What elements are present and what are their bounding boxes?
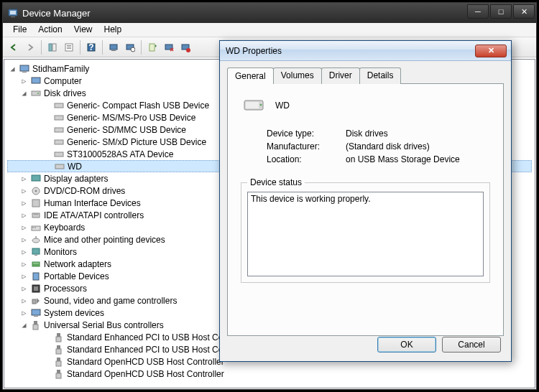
menu-action[interactable]: Action — [32, 23, 68, 37]
svg-rect-29 — [55, 164, 64, 169]
collapse-icon[interactable]: ◢ — [9, 65, 17, 73]
tab-details[interactable]: Details — [359, 67, 402, 84]
category-icon — [30, 246, 42, 258]
titlebar[interactable]: Device Manager ─ □ ✕ — [3, 3, 536, 23]
tab-strip: General Volumes Driver Details — [227, 67, 504, 83]
minimize-button[interactable]: ─ — [467, 4, 489, 19]
forward-button[interactable] — [22, 39, 38, 55]
svg-rect-34 — [32, 213, 40, 218]
menu-help[interactable]: Help — [98, 23, 128, 37]
svg-rect-24 — [55, 103, 63, 108]
svg-rect-33 — [32, 200, 40, 207]
category-icon — [30, 173, 42, 185]
disk-drive-icon — [242, 94, 265, 117]
maximize-button[interactable]: □ — [490, 4, 512, 19]
menubar: File Action View Help — [3, 23, 536, 37]
category-icon — [30, 283, 42, 294]
collapse-icon[interactable]: ◢ — [20, 89, 28, 97]
usb-icon — [53, 344, 65, 355]
svg-rect-56 — [56, 349, 61, 354]
svg-rect-37 — [32, 227, 34, 228]
disk-drive-icon — [53, 136, 65, 148]
close-button[interactable]: ✕ — [513, 4, 535, 19]
svg-point-32 — [35, 190, 37, 192]
expand-icon[interactable]: ▷ — [20, 284, 28, 292]
svg-rect-11 — [110, 45, 117, 50]
svg-rect-51 — [34, 321, 37, 325]
svg-rect-58 — [56, 361, 61, 366]
usb-icon — [53, 368, 65, 380]
svg-rect-15 — [149, 44, 155, 51]
back-button[interactable] — [6, 39, 22, 55]
svg-rect-27 — [55, 140, 63, 144]
expand-icon[interactable]: ▷ — [20, 297, 28, 304]
expand-icon[interactable]: ▷ — [20, 235, 28, 243]
uninstall-button[interactable] — [161, 39, 177, 55]
ok-button[interactable]: OK — [377, 337, 436, 353]
update-driver-button[interactable] — [144, 39, 160, 55]
device-status-text[interactable]: This device is working properly. — [247, 192, 484, 276]
disk-drive-icon — [53, 100, 65, 111]
tab-general[interactable]: General — [227, 67, 274, 84]
category-icon — [30, 234, 42, 246]
svg-rect-57 — [57, 358, 60, 361]
category-icon — [30, 210, 42, 221]
category-icon — [30, 271, 42, 282]
manufacturer-label: Manufacturer: — [267, 141, 346, 151]
dialog-titlebar[interactable]: WD Properties ✕ — [220, 41, 511, 61]
expand-icon[interactable]: ▷ — [20, 248, 28, 256]
svg-rect-41 — [32, 248, 40, 254]
refresh-button[interactable] — [122, 39, 138, 55]
expand-icon[interactable]: ▷ — [20, 211, 28, 219]
tab-driver[interactable]: Driver — [321, 67, 360, 84]
expand-icon[interactable]: ▷ — [20, 77, 28, 85]
scan-hardware-button[interactable] — [106, 39, 121, 55]
svg-rect-47 — [34, 286, 38, 291]
expand-icon[interactable]: ▷ — [20, 174, 28, 182]
computer-icon — [30, 75, 42, 87]
expand-icon[interactable]: ▷ — [20, 309, 28, 317]
show-hide-tree-button[interactable] — [45, 39, 60, 55]
menu-file[interactable]: File — [7, 23, 32, 37]
tree-usb-item[interactable]: Standard OpenHCD USB Host Controller — [7, 368, 532, 380]
svg-rect-48 — [32, 299, 36, 304]
disk-drive-icon — [54, 161, 65, 172]
usb-icon — [53, 356, 65, 368]
svg-rect-52 — [33, 325, 38, 330]
collapse-icon[interactable]: ◢ — [20, 321, 28, 329]
svg-rect-60 — [56, 373, 61, 378]
tab-volumes[interactable]: Volumes — [273, 67, 322, 84]
svg-rect-20 — [22, 72, 27, 73]
expand-icon[interactable]: ▷ — [20, 187, 28, 195]
window-title: Device Manager — [22, 8, 467, 19]
dialog-close-button[interactable]: ✕ — [475, 45, 507, 57]
disable-button[interactable] — [178, 39, 193, 55]
disk-drive-icon — [53, 124, 65, 136]
category-icon — [30, 307, 42, 319]
properties-button[interactable] — [61, 39, 77, 55]
expand-icon[interactable]: ▷ — [20, 272, 28, 280]
svg-text:?: ? — [88, 42, 93, 52]
menu-view[interactable]: View — [68, 23, 98, 37]
expand-icon[interactable]: ▷ — [20, 223, 28, 231]
svg-rect-21 — [32, 78, 40, 83]
location-label: Location: — [267, 154, 346, 164]
category-icon — [30, 222, 42, 233]
dialog-title: WD Properties — [226, 46, 475, 56]
cancel-button[interactable]: Cancel — [442, 337, 501, 353]
svg-rect-30 — [32, 175, 40, 181]
svg-rect-4 — [52, 44, 56, 51]
svg-rect-3 — [49, 44, 52, 51]
svg-rect-53 — [57, 333, 60, 337]
expand-icon[interactable]: ▷ — [20, 260, 28, 268]
svg-rect-8 — [67, 48, 71, 49]
svg-rect-54 — [56, 337, 61, 342]
help-button[interactable]: ? — [83, 39, 99, 55]
device-type-label: Device type: — [267, 129, 346, 139]
category-icon — [30, 258, 42, 270]
disk-drive-icon — [30, 88, 42, 99]
disk-drive-icon — [53, 149, 65, 160]
category-icon — [30, 197, 42, 209]
svg-point-14 — [131, 47, 135, 52]
expand-icon[interactable]: ▷ — [20, 199, 28, 207]
